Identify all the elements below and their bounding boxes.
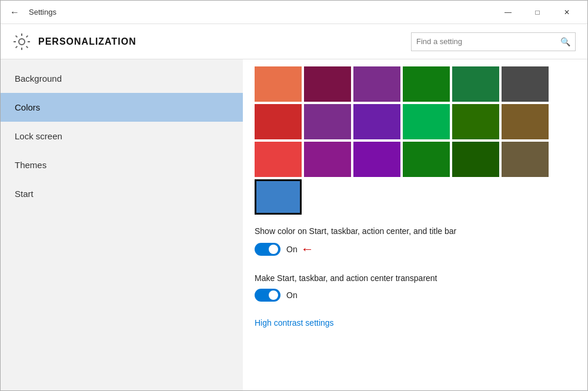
color-grid [243, 59, 587, 222]
color-swatch-6[interactable] [255, 104, 302, 139]
color-swatch-9[interactable] [403, 104, 450, 139]
transparent-toggle[interactable] [255, 289, 280, 302]
color-swatch-16[interactable] [452, 142, 499, 177]
color-swatch-11[interactable] [502, 104, 549, 139]
search-input[interactable] [416, 37, 560, 46]
color-swatch-18[interactable] [255, 179, 302, 215]
minimize-button[interactable]: — [495, 3, 522, 22]
svg-point-0 [19, 39, 25, 45]
color-swatch-17[interactable] [502, 142, 549, 177]
sidebar-item-start[interactable]: Start [1, 179, 243, 208]
sidebar-item-themes[interactable]: Themes [1, 151, 243, 179]
title-bar-left: ← Settings [8, 5, 56, 19]
color-swatch-4[interactable] [452, 66, 499, 102]
high-contrast-link[interactable]: High contrast settings [243, 313, 346, 332]
maximize-button[interactable]: □ [524, 3, 551, 22]
color-swatch-1[interactable] [304, 66, 351, 102]
show-color-toggle-label: On [286, 245, 298, 254]
main-layout: Background Colors Lock screen Themes Sta… [1, 59, 587, 391]
color-swatch-14[interactable] [353, 142, 400, 177]
show-color-toggle-state-row: On ← [286, 242, 314, 257]
search-box[interactable]: 🔍 [411, 32, 576, 51]
transparent-section: Make Start, taskbar, and action center t… [243, 269, 587, 313]
sidebar-item-colors[interactable]: Colors [1, 93, 243, 122]
red-arrow-icon: ← [301, 242, 314, 257]
header-left: PERSONALIZATION [12, 32, 136, 51]
sidebar-item-background[interactable]: Background [1, 64, 243, 93]
show-color-toggle-row: On ← [255, 242, 576, 257]
content-area: Show color on Start, taskbar, action cen… [243, 59, 587, 391]
show-color-section: Show color on Start, taskbar, action cen… [243, 222, 587, 269]
color-swatch-2[interactable] [353, 66, 400, 102]
show-color-label: Show color on Start, taskbar, action cen… [255, 226, 576, 236]
color-swatch-7[interactable] [304, 104, 351, 139]
transparent-toggle-row: On [255, 289, 576, 302]
title-bar: ← Settings — □ ✕ [1, 1, 587, 24]
sidebar: Background Colors Lock screen Themes Sta… [1, 59, 243, 391]
header: PERSONALIZATION 🔍 [1, 24, 587, 59]
color-swatch-13[interactable] [304, 142, 351, 177]
color-swatch-10[interactable] [452, 104, 499, 139]
transparent-label: Make Start, taskbar, and action center t… [255, 273, 576, 283]
back-button[interactable]: ← [8, 5, 22, 19]
color-swatch-0[interactable] [255, 66, 302, 102]
title-bar-controls: — □ ✕ [495, 3, 580, 22]
transparent-toggle-label: On [286, 290, 298, 300]
sidebar-item-lock-screen[interactable]: Lock screen [1, 122, 243, 151]
color-swatch-3[interactable] [403, 66, 450, 102]
color-swatch-8[interactable] [353, 104, 400, 139]
search-icon: 🔍 [560, 37, 570, 46]
close-button[interactable]: ✕ [553, 3, 580, 22]
show-color-toggle[interactable] [255, 243, 280, 256]
title-bar-title: Settings [29, 8, 56, 16]
color-swatch-5[interactable] [502, 66, 549, 102]
gear-icon [12, 32, 31, 51]
header-title: PERSONALIZATION [38, 36, 136, 47]
color-swatch-12[interactable] [255, 142, 302, 177]
color-swatch-15[interactable] [403, 142, 450, 177]
